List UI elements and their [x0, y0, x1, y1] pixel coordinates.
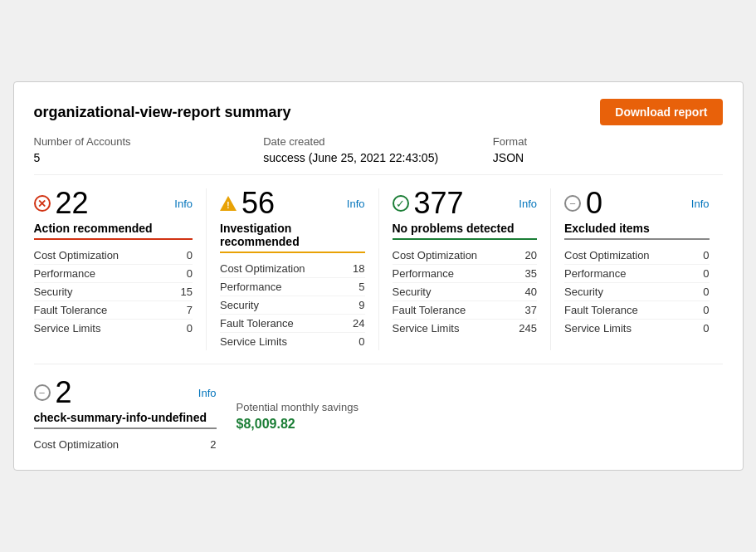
row-label: Performance — [564, 267, 626, 280]
list-item: Cost Optimization 18 — [220, 260, 365, 278]
list-item: Cost Optimization 0 — [564, 247, 710, 265]
row-value: 2 — [210, 438, 216, 451]
row-label: Performance — [393, 267, 454, 280]
icon-count-group: − 2 — [34, 378, 72, 408]
row-value: 0 — [187, 249, 193, 261]
info-link[interactable]: Info — [174, 198, 193, 210]
summary-header: ! 56 Info — [220, 188, 365, 218]
row-label: Performance — [220, 281, 281, 293]
format-meta: Format JSON — [493, 135, 723, 164]
icon-count-group: ! 56 — [220, 188, 275, 218]
header-row: organizational-view-report summary Downl… — [34, 99, 723, 125]
summary-col-green: ✓ 377 Info No problems detected Cost Opt… — [378, 188, 551, 350]
row-value: 15 — [181, 286, 193, 298]
icon-count-group: ✓ 377 — [393, 188, 464, 218]
accounts-label: Number of Accounts — [34, 135, 264, 148]
row-label: Fault Tolerance — [34, 304, 108, 316]
row-value: 0 — [703, 286, 709, 298]
accounts-meta: Number of Accounts 5 — [34, 135, 264, 164]
summary-col-gray: − 0 Info Excluded items Cost Optimizatio… — [550, 188, 723, 350]
page-title: organizational-view-report summary — [34, 104, 291, 121]
row-label: Cost Optimization — [34, 438, 119, 451]
summary-grid: ✕ 22 Info Action recommended Cost Optimi… — [34, 188, 723, 364]
warning-icon: ! — [220, 196, 237, 211]
summary-col-yellow: ! 56 Info Investigation recommended Cost… — [206, 188, 378, 350]
summary-header: − 0 Info — [564, 188, 710, 218]
summary-count: 0 — [586, 188, 602, 218]
list-item: Service Limits 0 — [564, 320, 710, 337]
row-value: 0 — [187, 322, 193, 335]
list-item: Security 9 — [220, 296, 365, 315]
excluded-icon: − — [34, 384, 51, 401]
list-item: Fault Tolerance 37 — [393, 301, 538, 320]
info-link[interactable]: Info — [347, 198, 365, 210]
bottom-title: check-summary-info-undefined — [34, 411, 217, 429]
row-label: Performance — [34, 267, 95, 280]
row-label: Cost Optimization — [393, 249, 478, 261]
list-item: Fault Tolerance 7 — [34, 301, 193, 320]
row-label: Service Limits — [220, 335, 287, 348]
row-value: 5 — [358, 281, 364, 293]
download-report-button[interactable]: Download report — [600, 99, 722, 125]
summary-title: Action recommended — [34, 222, 193, 240]
row-value: 37 — [525, 304, 537, 316]
list-item: Performance 0 — [564, 265, 710, 283]
row-value: 24 — [353, 317, 364, 330]
row-label: Service Limits — [564, 322, 632, 335]
info-link[interactable]: Info — [519, 198, 537, 210]
row-value: 7 — [187, 304, 193, 316]
savings-label: Potential monthly savings — [237, 401, 358, 413]
list-item: Fault Tolerance 0 — [564, 301, 710, 320]
row-value: 35 — [525, 267, 537, 280]
list-item: Security 15 — [34, 283, 193, 301]
row-value: 0 — [703, 249, 709, 261]
format-label: Format — [493, 135, 723, 148]
row-value: 40 — [525, 286, 537, 298]
list-item: Security 0 — [564, 283, 710, 301]
info-link[interactable]: Info — [691, 198, 710, 210]
date-meta: Date created success (June 25, 2021 22:4… — [263, 135, 493, 164]
summary-count: 56 — [241, 188, 275, 218]
row-label: Service Limits — [34, 322, 101, 335]
row-label: Fault Tolerance — [393, 304, 466, 316]
list-item: Security 40 — [393, 283, 538, 301]
row-value: 20 — [525, 249, 537, 261]
row-value: 245 — [519, 322, 537, 335]
summary-count: 22 — [56, 188, 89, 218]
row-value: 0 — [703, 322, 709, 335]
row-label: Security — [34, 286, 73, 298]
success-icon: ✓ — [393, 195, 409, 212]
row-label: Cost Optimization — [564, 249, 650, 261]
row-value: 9 — [358, 299, 364, 311]
row-value: 0 — [358, 335, 364, 348]
date-value: success (June 25, 2021 22:43:05) — [263, 151, 493, 164]
summary-title: No problems detected — [393, 222, 538, 240]
row-label: Service Limits — [393, 322, 460, 335]
row-value: 0 — [703, 267, 709, 280]
summary-title: Investigation recommended — [220, 222, 365, 253]
row-label: Security — [220, 299, 259, 311]
list-item: Performance 0 — [34, 265, 193, 283]
list-item: Cost Optimization 0 — [34, 247, 193, 265]
list-item: Cost Optimization 20 — [393, 247, 538, 265]
row-label: Cost Optimization — [220, 262, 305, 275]
row-label: Cost Optimization — [34, 249, 119, 261]
bottom-col: − 2 Info check-summary-info-undefined Co… — [34, 378, 217, 453]
row-value: 18 — [353, 262, 364, 275]
summary-title: Excluded items — [564, 222, 710, 240]
row-value: 0 — [703, 304, 709, 316]
row-label: Fault Tolerance — [220, 317, 294, 330]
bottom-count: 2 — [56, 378, 72, 408]
bottom-section: − 2 Info check-summary-info-undefined Co… — [34, 378, 723, 453]
list-item: Fault Tolerance 24 — [220, 315, 365, 333]
row-value: 0 — [187, 267, 193, 280]
summary-header: ✓ 377 Info — [393, 188, 538, 218]
bottom-info-link[interactable]: Info — [198, 387, 217, 399]
summary-col-red: ✕ 22 Info Action recommended Cost Optimi… — [34, 188, 207, 350]
format-value: JSON — [493, 151, 723, 164]
icon-count-group: − 0 — [564, 188, 602, 218]
savings-value: $8,009.82 — [237, 417, 358, 432]
date-label: Date created — [263, 135, 493, 148]
list-item: Service Limits 245 — [393, 320, 538, 337]
meta-row: Number of Accounts 5 Date created succes… — [34, 135, 723, 175]
